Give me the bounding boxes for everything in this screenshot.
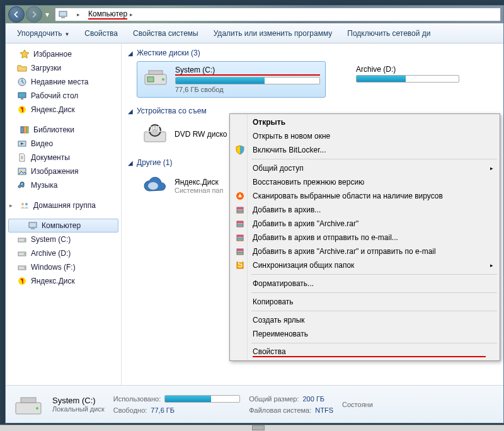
nav-pictures[interactable]: Изображения: [6, 164, 121, 178]
ctx-rename[interactable]: Переименовать: [231, 327, 498, 341]
svg-point-32: [148, 182, 158, 190]
yandex-name: Яндекс.Диск: [175, 178, 223, 187]
nav-videos[interactable]: Видео: [6, 137, 121, 151]
drive-icon: [17, 234, 27, 244]
svg-rect-7: [24, 127, 26, 133]
homegroup-root[interactable]: ▸ Домашняя группа: [6, 198, 121, 212]
ctx-add-archive[interactable]: Добавить в архив...: [231, 203, 498, 217]
details-pane: System (C:) Локальный диск Использовано:…: [6, 385, 503, 423]
svg-point-21: [24, 267, 25, 268]
svg-rect-15: [31, 228, 35, 229]
computer-icon: [58, 9, 68, 20]
ctx-add-rar-email[interactable]: Добавить в архив "Archive.rar" и отправи…: [231, 244, 498, 258]
desktop-icon: [17, 91, 27, 101]
nav-drive-f[interactable]: Windows (F:): [6, 260, 121, 274]
nav-yandex-fav[interactable]: Яндекс.Диск: [6, 103, 121, 117]
forward-button[interactable]: [26, 6, 42, 23]
document-icon: [17, 152, 27, 163]
nav-drive-d[interactable]: Archive (D:): [6, 246, 121, 260]
ctx-copy[interactable]: Копировать: [231, 295, 498, 309]
ctx-open-new-window[interactable]: Открыть в новом окне: [231, 129, 498, 143]
computer-root[interactable]: Компьютер: [8, 219, 118, 233]
nav-drive-c[interactable]: System (C:): [6, 233, 121, 246]
map-drive-button[interactable]: Подключить сетевой ди: [341, 26, 437, 40]
svg-point-22: [18, 277, 26, 285]
ctx-create-shortcut[interactable]: Создать ярлык: [231, 313, 498, 327]
ctx-format[interactable]: Форматировать...: [231, 277, 498, 290]
ctx-properties[interactable]: Свойства: [231, 345, 498, 359]
usage-minibar: [164, 395, 240, 403]
svg-rect-38: [237, 207, 243, 209]
organize-menu[interactable]: Упорядочить▼: [11, 26, 76, 40]
ctx-scan-virus[interactable]: Сканировать выбранные области на наличие…: [231, 189, 498, 203]
navigation-pane[interactable]: Избранное Загрузки Недавние места Рабочи…: [6, 43, 122, 385]
ctx-restore-version[interactable]: Восстановить прежнюю версию: [231, 175, 498, 189]
ctx-open[interactable]: Открыть: [231, 115, 498, 129]
svg-point-25: [162, 78, 164, 81]
star-icon: [20, 49, 30, 59]
ctx-sync[interactable]: SСинхронизация общих папок▸: [231, 258, 498, 272]
system-properties-button[interactable]: Свойства системы: [127, 26, 205, 40]
breadcrumb-computer[interactable]: Компьютер ▸: [84, 8, 137, 21]
yandex-icon: [17, 105, 27, 115]
libraries-group: Библиотеки Видео Документы Изображения М…: [6, 123, 121, 192]
svg-point-17: [24, 239, 25, 241]
picture-icon: [17, 166, 27, 176]
avast-icon: [232, 191, 248, 201]
ctx-share[interactable]: Общий доступ▸: [231, 161, 498, 175]
drive-archive-d[interactable]: Archive (D:): [351, 61, 464, 98]
svg-point-13: [25, 203, 28, 205]
nav-yandex-drive[interactable]: Яндекс.Диск: [6, 274, 121, 288]
breadcrumb-root-chevron[interactable]: ▸: [71, 8, 84, 21]
libraries-root[interactable]: Библиотеки: [6, 123, 121, 137]
yandex-disk-folder[interactable]: Яндекс.Диск Системная пап: [137, 171, 228, 201]
properties-button[interactable]: Свойства: [78, 26, 124, 40]
collapse-icon: ◢: [128, 159, 133, 166]
submenu-arrow-icon: ▸: [490, 165, 493, 171]
uninstall-button[interactable]: Удалить или изменить программу: [207, 26, 339, 40]
svg-rect-3: [18, 93, 26, 98]
nav-recent[interactable]: Недавние места: [6, 75, 121, 89]
svg-point-19: [24, 253, 25, 255]
svg-text:S: S: [238, 260, 243, 269]
svg-rect-47: [237, 249, 243, 251]
ctx-add-archive-rar[interactable]: Добавить в архив "Archive.rar": [231, 217, 498, 231]
nav-history-dropdown[interactable]: ▾: [43, 8, 51, 21]
drive-name: System (C:): [175, 66, 320, 76]
details-name: System (C:): [52, 396, 105, 405]
nav-desktop[interactable]: Рабочий стол: [6, 89, 121, 103]
music-icon: [17, 180, 27, 190]
svg-rect-26: [149, 71, 163, 74]
nav-documents[interactable]: Документы: [6, 151, 121, 164]
svg-rect-39: [237, 210, 243, 212]
svg-rect-24: [147, 77, 154, 82]
favorites-root[interactable]: Избранное: [6, 47, 121, 61]
details-type: Локальный диск: [52, 405, 105, 413]
drive-system-c[interactable]: System (C:) 77,6 ГБ свобод: [137, 61, 326, 98]
nav-music[interactable]: Музыка: [6, 178, 121, 192]
horizontal-scrollbar[interactable]: [0, 425, 504, 431]
ctx-add-email[interactable]: Добавить в архив и отправить по e-mail..…: [231, 231, 498, 244]
separator: [251, 292, 497, 293]
yandex-icon: [17, 276, 27, 286]
back-button[interactable]: [8, 6, 25, 23]
winrar-icon: [232, 233, 248, 243]
ctx-bitlocker[interactable]: Включить BitLocker...: [231, 143, 498, 157]
separator: [251, 159, 497, 159]
svg-point-34: [36, 407, 38, 410]
dvd-icon: DVD: [142, 123, 168, 146]
drive-icon: [17, 248, 27, 258]
svg-rect-4: [21, 98, 23, 100]
separator: [251, 343, 497, 343]
svg-rect-1: [61, 17, 65, 18]
section-header[interactable]: ◢Жесткие диски (3): [128, 49, 503, 57]
svg-rect-44: [237, 235, 243, 237]
clock-icon: [17, 77, 27, 87]
scrollbar-thumb[interactable]: [252, 425, 265, 430]
free-space-label: 77,6 ГБ свобод: [175, 86, 320, 93]
address-bar[interactable]: ▸ Компьютер ▸: [55, 8, 501, 21]
nav-downloads[interactable]: Загрузки: [6, 61, 121, 75]
svg-rect-8: [27, 127, 28, 133]
dvd-drive[interactable]: DVD DVD RW диско: [137, 119, 232, 149]
svg-text:DVD: DVD: [147, 125, 163, 134]
